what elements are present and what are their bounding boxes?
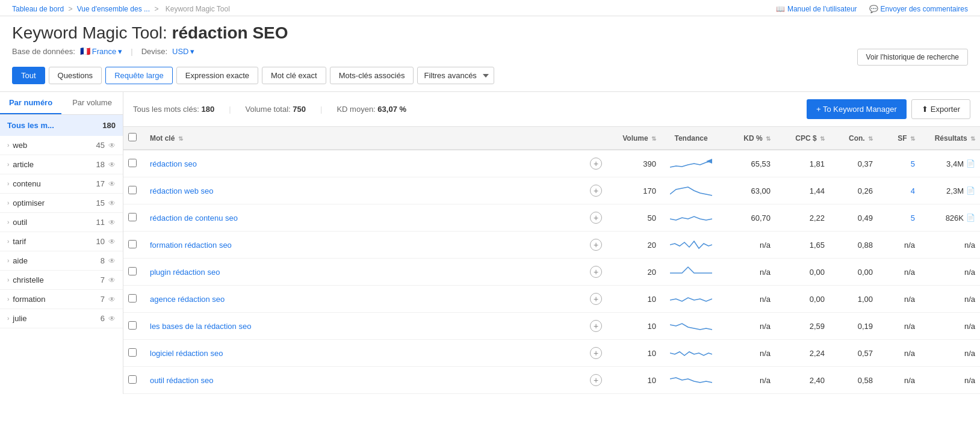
sf-cell: n/a bbox=[878, 340, 920, 367]
sf-cell: 5 bbox=[878, 150, 920, 177]
trend-cell bbox=[661, 204, 721, 232]
con-cell: 0,37 bbox=[830, 150, 878, 177]
sidebar-item-julie[interactable]: › julie 6 👁 bbox=[0, 309, 123, 328]
keyword-link[interactable]: rédaction seo bbox=[150, 159, 197, 168]
row-checkbox[interactable] bbox=[128, 294, 137, 303]
eye-icon[interactable]: 👁 bbox=[108, 161, 116, 169]
sf-link[interactable]: 5 bbox=[911, 159, 915, 168]
add-keyword-button[interactable]: + bbox=[590, 185, 602, 197]
doc-icon: 📄 bbox=[966, 213, 975, 222]
sidebar-item-contenu[interactable]: › contenu 17 👁 bbox=[0, 174, 123, 194]
volume-cell: 170 bbox=[607, 177, 661, 204]
sidebar-all-item[interactable]: Tous les m... 180 bbox=[0, 115, 123, 136]
sidebar-item-count: 45 bbox=[96, 141, 105, 150]
row-checkbox[interactable] bbox=[128, 375, 137, 384]
chevron-right-icon: › bbox=[7, 142, 9, 149]
flag-icon: 🇫🇷 bbox=[80, 46, 90, 56]
row-checkbox[interactable] bbox=[128, 321, 137, 330]
currency-selector[interactable]: USD ▾ bbox=[172, 47, 194, 56]
add-keyword-button[interactable]: + bbox=[590, 347, 602, 359]
eye-icon[interactable]: 👁 bbox=[108, 199, 116, 207]
col-kd-header[interactable]: KD % ⇅ bbox=[721, 127, 775, 150]
col-results-header[interactable]: Résultats ⇅ bbox=[920, 127, 980, 150]
col-trend-header[interactable]: Tendance bbox=[661, 127, 721, 150]
sidebar-item-web[interactable]: › web 45 👁 bbox=[0, 136, 123, 155]
sidebar-item-article[interactable]: › article 18 👁 bbox=[0, 155, 123, 174]
sidebar-tab-volume[interactable]: Par volume bbox=[61, 92, 123, 114]
sidebar-item-formation[interactable]: › formation 7 👁 bbox=[0, 290, 123, 309]
chevron-down-icon-currency: ▾ bbox=[190, 47, 194, 56]
keyword-link[interactable]: outil rédaction seo bbox=[150, 376, 214, 385]
filter-requete-large[interactable]: Requête large bbox=[105, 67, 173, 84]
eye-icon[interactable]: 👁 bbox=[108, 257, 116, 265]
keyword-link[interactable]: les bases de la rédaction seo bbox=[150, 322, 251, 331]
filter-mots-cles-associes[interactable]: Mots-clés associés bbox=[330, 67, 414, 84]
add-keyword-button[interactable]: + bbox=[590, 293, 602, 305]
sidebar-item-christelle[interactable]: › christelle 7 👁 bbox=[0, 271, 123, 290]
eye-icon[interactable]: 👁 bbox=[108, 238, 116, 246]
eye-icon[interactable]: 👁 bbox=[108, 315, 116, 323]
col-volume-header[interactable]: Volume ⇅ bbox=[607, 127, 661, 150]
manual-link[interactable]: 📖 Manuel de l'utilisateur bbox=[776, 5, 857, 13]
eye-icon[interactable]: 👁 bbox=[108, 276, 116, 284]
sf-link[interactable]: 5 bbox=[911, 213, 915, 223]
volume-cell: 50 bbox=[607, 204, 661, 232]
filter-mot-cle-exact[interactable]: Mot clé exact bbox=[262, 67, 326, 84]
select-all-checkbox[interactable] bbox=[128, 133, 137, 141]
con-cell: 0,00 bbox=[830, 259, 878, 286]
col-cpc-header[interactable]: CPC $ ⇅ bbox=[775, 127, 830, 150]
sidebar-item-aide[interactable]: › aide 8 👁 bbox=[0, 251, 123, 271]
results-cell: n/a bbox=[920, 313, 980, 340]
eye-icon[interactable]: 👁 bbox=[108, 295, 116, 304]
add-keyword-button[interactable]: + bbox=[590, 158, 602, 170]
filtres-avances-select[interactable]: Filtres avancés bbox=[417, 67, 494, 84]
keyword-link[interactable]: plugin rédaction seo bbox=[150, 268, 220, 277]
db-country-selector[interactable]: 🇫🇷 France ▾ bbox=[80, 46, 122, 56]
con-cell: 0,19 bbox=[830, 313, 878, 340]
row-checkbox[interactable] bbox=[128, 267, 137, 275]
row-checkbox[interactable] bbox=[128, 348, 137, 357]
row-checkbox[interactable] bbox=[128, 240, 137, 248]
add-cell: + bbox=[585, 177, 607, 204]
sidebar-item-outil[interactable]: › outil 11 👁 bbox=[0, 213, 123, 232]
add-keyword-button[interactable]: + bbox=[590, 374, 602, 386]
eye-icon[interactable]: 👁 bbox=[108, 218, 116, 227]
col-keyword-header[interactable]: Mot clé ⇅ bbox=[145, 127, 585, 150]
keyword-link[interactable]: logiciel rédaction seo bbox=[150, 349, 223, 358]
keyword-link[interactable]: rédaction de contenu seo bbox=[150, 213, 238, 223]
history-button[interactable]: Voir l'historique de recherche bbox=[857, 49, 968, 66]
eye-icon[interactable]: 👁 bbox=[108, 180, 116, 188]
add-keyword-button[interactable]: + bbox=[590, 212, 602, 224]
filter-tout[interactable]: Tout bbox=[12, 67, 45, 84]
keyword-link[interactable]: formation rédaction seo bbox=[150, 241, 232, 250]
kd-cell: n/a bbox=[721, 313, 775, 340]
trend-cell bbox=[661, 177, 721, 204]
add-keyword-button[interactable]: + bbox=[590, 266, 602, 278]
sort-results-icon: ⇅ bbox=[970, 135, 975, 142]
book-icon: 📖 bbox=[776, 5, 785, 13]
keyword-link[interactable]: agence rédaction seo bbox=[150, 295, 225, 304]
row-checkbox[interactable] bbox=[128, 213, 137, 221]
filter-expression-exacte[interactable]: Expression exacte bbox=[176, 67, 258, 84]
keyword-manager-button[interactable]: + To Keyword Manager bbox=[807, 99, 907, 119]
keyword-link[interactable]: rédaction web seo bbox=[150, 186, 214, 195]
sidebar-item-optimiser[interactable]: › optimiser 15 👁 bbox=[0, 194, 123, 213]
col-sf-header[interactable]: SF ⇅ bbox=[878, 127, 920, 150]
breadcrumb-overview[interactable]: Vue d'ensemble des ... bbox=[77, 5, 150, 13]
sf-cell: n/a bbox=[878, 286, 920, 313]
add-keyword-button[interactable]: + bbox=[590, 239, 602, 251]
feedback-link[interactable]: 💬 Envoyer des commentaires bbox=[869, 5, 968, 13]
row-checkbox[interactable] bbox=[128, 186, 137, 194]
col-con-header[interactable]: Con. ⇅ bbox=[830, 127, 878, 150]
results-cell: n/a bbox=[920, 232, 980, 259]
chevron-right-icon: › bbox=[7, 219, 9, 226]
export-button[interactable]: ⬆ Exporter bbox=[911, 99, 970, 119]
sidebar-item-tarif[interactable]: › tarif 10 👁 bbox=[0, 232, 123, 251]
sf-link[interactable]: 4 bbox=[911, 186, 915, 195]
eye-icon[interactable]: 👁 bbox=[108, 141, 116, 150]
filter-questions[interactable]: Questions bbox=[49, 67, 102, 84]
breadcrumb-home[interactable]: Tableau de bord bbox=[12, 5, 64, 13]
add-keyword-button[interactable]: + bbox=[590, 320, 602, 332]
row-checkbox[interactable] bbox=[128, 159, 137, 167]
sidebar-tab-number[interactable]: Par numéro bbox=[0, 92, 61, 114]
